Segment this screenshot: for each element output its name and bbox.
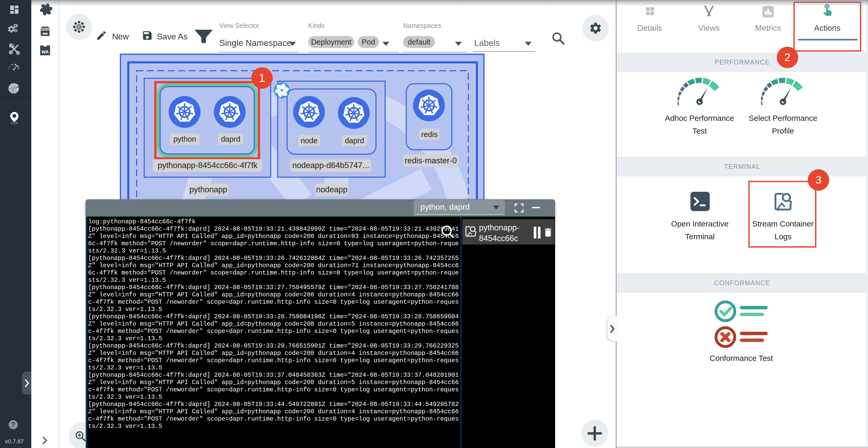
svg-text:WA: WA	[41, 50, 49, 55]
svg-text:1: 1	[259, 71, 265, 84]
